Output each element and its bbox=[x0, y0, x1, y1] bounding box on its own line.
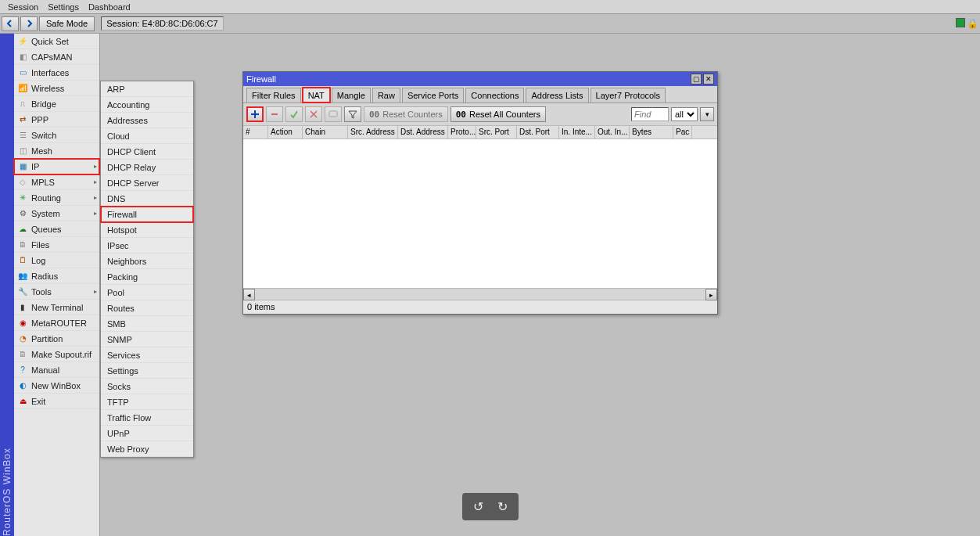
submenu-item-dhcp-server[interactable]: DHCP Server bbox=[101, 175, 193, 191]
submenu-item-ipsec[interactable]: IPsec bbox=[101, 238, 193, 254]
tab-raw[interactable]: Raw bbox=[372, 88, 400, 103]
sidebar-item-new-winbox[interactable]: ◐New WinBox bbox=[14, 378, 99, 394]
submenu-item-neighbors[interactable]: Neighbors bbox=[101, 254, 193, 269]
enable-button[interactable] bbox=[285, 106, 303, 122]
sidebar-item-label: Quick Set bbox=[31, 37, 69, 46]
find-input[interactable] bbox=[631, 107, 669, 121]
submenu-item-accounting[interactable]: Accounting bbox=[101, 97, 193, 113]
sidebar-item-mpls[interactable]: ◇MPLS▸ bbox=[14, 174, 99, 190]
horizontal-scrollbar[interactable]: ◂ ▸ bbox=[243, 288, 717, 300]
col-dst-port[interactable]: Dst. Port bbox=[517, 126, 559, 138]
scroll-right-icon[interactable]: ▸ bbox=[705, 289, 717, 300]
col-chain[interactable]: Chain bbox=[303, 126, 348, 138]
add-button[interactable] bbox=[246, 106, 264, 122]
safe-mode-button[interactable]: Safe Mode bbox=[39, 16, 95, 31]
submenu-item-snmp[interactable]: SNMP bbox=[101, 332, 193, 347]
disable-button[interactable] bbox=[305, 106, 322, 122]
sidebar-item-new-terminal[interactable]: ▮New Terminal bbox=[14, 300, 99, 315]
minimize-button[interactable]: ▢ bbox=[691, 74, 702, 85]
submenu-item-settings[interactable]: Settings bbox=[101, 363, 193, 379]
submenu-item-hotspot[interactable]: Hotspot bbox=[101, 222, 193, 238]
redo-button[interactable] bbox=[20, 16, 38, 31]
sidebar-item-label: Partition bbox=[31, 334, 63, 344]
submenu-item-traffic-flow[interactable]: Traffic Flow bbox=[101, 410, 193, 426]
submenu-item-firewall[interactable]: Firewall bbox=[101, 207, 193, 222]
tab-nat[interactable]: NAT bbox=[303, 88, 330, 103]
sidebar-item-log[interactable]: 🗒Log bbox=[14, 253, 99, 268]
submenu-item-services[interactable]: Services bbox=[101, 347, 193, 363]
sidebar-item-ip[interactable]: ▦IP▸ bbox=[14, 159, 99, 174]
tab-address-lists[interactable]: Address Lists bbox=[526, 88, 588, 103]
sidebar-item-interfaces[interactable]: ▭Interfaces bbox=[14, 65, 99, 81]
submenu-item-dns[interactable]: DNS bbox=[101, 191, 193, 207]
sidebar-item-switch[interactable]: ☰Switch bbox=[14, 128, 99, 143]
col-pac[interactable]: Pac bbox=[673, 126, 692, 138]
sidebar-item-bridge[interactable]: ⎍Bridge bbox=[14, 96, 99, 112]
tab-service-ports[interactable]: Service Ports bbox=[402, 88, 464, 103]
filter-dropdown-button[interactable]: ▾ bbox=[700, 107, 714, 121]
submenu-item-socks[interactable]: Socks bbox=[101, 379, 193, 394]
sidebar-item-label: Queues bbox=[31, 225, 62, 234]
refresh-ccw-icon[interactable]: ↺ bbox=[473, 499, 483, 514]
sidebar-item-exit[interactable]: ⏏Exit bbox=[14, 394, 99, 409]
submenu-item-packing[interactable]: Packing bbox=[101, 269, 193, 285]
tab-mangle[interactable]: Mangle bbox=[332, 88, 371, 103]
window-titlebar[interactable]: Firewall ▢ ✕ bbox=[243, 72, 717, 86]
col-action[interactable]: Action bbox=[268, 126, 303, 138]
sidebar-item-label: Routing bbox=[31, 193, 61, 203]
undo-button[interactable] bbox=[2, 16, 19, 31]
remove-button[interactable] bbox=[266, 106, 283, 122]
submenu-item-smb[interactable]: SMB bbox=[101, 316, 193, 332]
submenu-item-pool[interactable]: Pool bbox=[101, 285, 193, 300]
col-src-address[interactable]: Src. Address bbox=[348, 126, 398, 138]
tab-connections[interactable]: Connections bbox=[465, 88, 524, 103]
sidebar-item-ppp[interactable]: ⇄PPP bbox=[14, 112, 99, 128]
submenu-item-addresses[interactable]: Addresses bbox=[101, 113, 193, 128]
sidebar-item-partition[interactable]: ◔Partition bbox=[14, 331, 99, 347]
sidebar-item-quick-set[interactable]: ⚡Quick Set bbox=[14, 34, 99, 49]
chevron-right-icon: ▸ bbox=[94, 288, 97, 295]
sidebar-item-files[interactable]: 🗎Files bbox=[14, 237, 99, 253]
comment-button[interactable] bbox=[325, 106, 342, 122]
close-button[interactable]: ✕ bbox=[703, 74, 714, 85]
submenu-item-upnp[interactable]: UPnP bbox=[101, 426, 193, 441]
sidebar-item-make-supout-rif[interactable]: 🗎Make Supout.rif bbox=[14, 347, 99, 362]
sidebar-item-mesh[interactable]: ◫Mesh bbox=[14, 143, 99, 159]
menu-session[interactable]: Session bbox=[3, 2, 43, 12]
col-in-inte-[interactable]: In. Inte... bbox=[559, 126, 595, 138]
submenu-item-dhcp-client[interactable]: DHCP Client bbox=[101, 144, 193, 160]
submenu-item-tftp[interactable]: TFTP bbox=[101, 394, 193, 410]
sidebar-item-label: CAPsMAN bbox=[31, 52, 73, 62]
sidebar-item-metarouter[interactable]: ◉MetaROUTER bbox=[14, 315, 99, 331]
col-out-in-[interactable]: Out. In... bbox=[595, 126, 630, 138]
sidebar-item-manual[interactable]: ?Manual bbox=[14, 362, 99, 378]
tab-layer7-protocols[interactable]: Layer7 Protocols bbox=[591, 88, 666, 103]
menu-settings[interactable]: Settings bbox=[43, 2, 84, 12]
filter-select[interactable]: all bbox=[671, 107, 698, 121]
col-dst-address[interactable]: Dst. Address bbox=[398, 126, 448, 138]
menu-dashboard[interactable]: Dashboard bbox=[84, 2, 135, 12]
sidebar-item-system[interactable]: ⚙System▸ bbox=[14, 206, 99, 221]
col-proto-[interactable]: Proto... bbox=[448, 126, 476, 138]
submenu-item-dhcp-relay[interactable]: DHCP Relay bbox=[101, 160, 193, 175]
col-bytes[interactable]: Bytes bbox=[630, 126, 673, 138]
submenu-item-arp[interactable]: ARP bbox=[101, 81, 193, 97]
submenu-item-routes[interactable]: Routes bbox=[101, 300, 193, 316]
scroll-left-icon[interactable]: ◂ bbox=[243, 289, 255, 300]
submenu-item-web-proxy[interactable]: Web Proxy bbox=[101, 441, 193, 457]
reset-all-counters-button[interactable]: 00Reset All Counters bbox=[451, 106, 546, 122]
refresh-cw-icon[interactable]: ↻ bbox=[497, 499, 508, 514]
sidebar-item-capsman[interactable]: ◧CAPsMAN bbox=[14, 49, 99, 65]
sidebar-item-queues[interactable]: ☁Queues bbox=[14, 221, 99, 237]
tab-filter-rules[interactable]: Filter Rules bbox=[246, 88, 301, 103]
sidebar-item-wireless[interactable]: 📶Wireless bbox=[14, 81, 99, 96]
sidebar-item-tools[interactable]: 🔧Tools▸ bbox=[14, 284, 99, 300]
sidebar-item-radius[interactable]: 👥Radius bbox=[14, 268, 99, 284]
col-src-port[interactable]: Src. Port bbox=[476, 126, 517, 138]
sidebar-item-routing[interactable]: ✳Routing▸ bbox=[14, 190, 99, 206]
filter-button[interactable] bbox=[344, 106, 361, 122]
submenu-item-cloud[interactable]: Cloud bbox=[101, 128, 193, 144]
col--[interactable]: # bbox=[243, 126, 268, 138]
reset-counters-button[interactable]: 00Reset Counters bbox=[364, 106, 448, 122]
quick-set-icon: ⚡ bbox=[17, 36, 28, 47]
